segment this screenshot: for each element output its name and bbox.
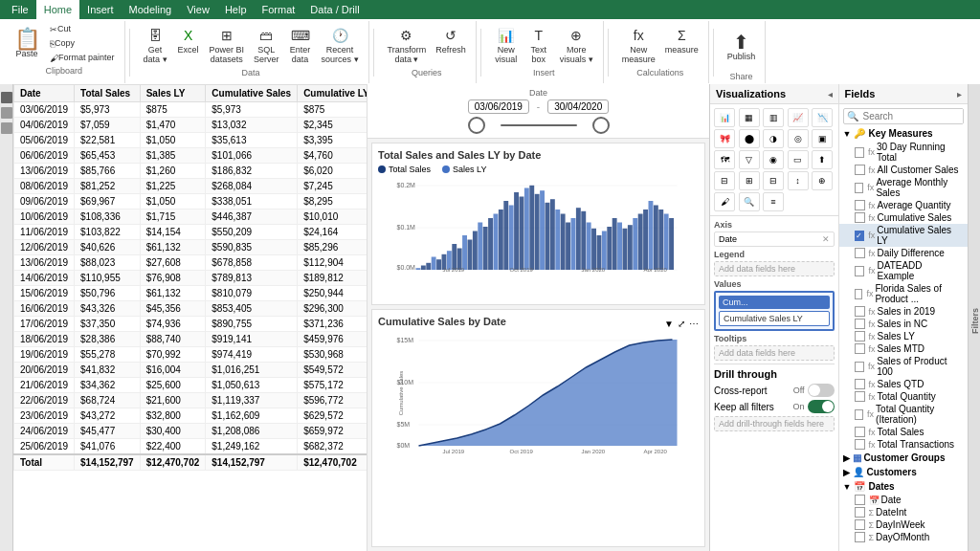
more-visuals-button[interactable]: ⊕ Morevisuals ▾ <box>556 23 597 67</box>
viz-icon-table[interactable]: ⊞ <box>739 171 760 190</box>
key-measures-item[interactable]: fxAll Customer Sales <box>839 164 969 176</box>
cross-report-toggle-track[interactable] <box>808 384 835 397</box>
measure-checkbox[interactable] <box>855 306 865 317</box>
format-painter-button[interactable]: 🖌 Format painter <box>46 52 119 65</box>
key-measures-item[interactable]: fxAverage Monthly Sales <box>839 176 969 199</box>
tab-format[interactable]: Format <box>255 0 303 19</box>
measure-checkbox[interactable] <box>855 343 865 354</box>
key-measures-item[interactable]: fxSales QTD <box>839 378 969 390</box>
keep-filters-toggle-track[interactable] <box>808 400 835 413</box>
left-icon-3[interactable] <box>1 122 12 134</box>
tab-modeling[interactable]: Modeling <box>122 0 180 19</box>
key-measures-item[interactable]: fxSales of Product 100 <box>839 355 969 378</box>
measure-checkbox[interactable] <box>855 427 865 437</box>
axis-clear-icon[interactable]: ✕ <box>822 234 830 244</box>
tab-datadrill[interactable]: Data / Drill <box>302 0 367 19</box>
measure-checkbox[interactable] <box>855 409 864 420</box>
measure-checkbox[interactable]: ✓ <box>855 231 865 241</box>
viz-icon-gauge[interactable]: ◉ <box>763 150 784 169</box>
viz-icon-ribbon[interactable]: 🎀 <box>714 129 735 148</box>
key-measures-item[interactable]: fxSales in NC <box>839 318 969 330</box>
date-checkbox[interactable] <box>855 495 865 505</box>
tab-help[interactable]: Help <box>217 0 255 19</box>
values-item-2[interactable]: Cumulative Sales LY <box>719 311 830 326</box>
viz-icon-donut[interactable]: ◎ <box>788 129 809 148</box>
key-measures-item[interactable]: fx30 Day Running Total <box>839 141 969 164</box>
tab-insert[interactable]: Insert <box>79 0 122 19</box>
key-measures-item[interactable]: fxCumulative Sales <box>839 211 969 224</box>
tab-view[interactable]: View <box>179 0 217 19</box>
excel-button[interactable]: X Excel <box>173 23 204 67</box>
dateint-field-item[interactable]: Σ DateInt <box>839 506 969 518</box>
viz-icon-line[interactable]: 📈 <box>788 108 809 127</box>
dateint-checkbox[interactable] <box>855 507 865 518</box>
fields-search-input[interactable] <box>861 109 964 123</box>
measure-checkbox[interactable] <box>855 362 865 372</box>
viz-icon-slicer[interactable]: ⊟ <box>714 171 735 190</box>
new-measure-button[interactable]: fx Newmeasure <box>618 23 659 67</box>
chart2-filter-icon[interactable]: ▼ <box>664 319 674 329</box>
measure-checkbox[interactable] <box>855 165 865 175</box>
measure-checkbox[interactable] <box>855 379 865 389</box>
filter-side-panel[interactable]: Filters <box>968 84 980 551</box>
key-measures-item[interactable]: fxTotal Sales <box>839 426 969 438</box>
tab-home[interactable]: Home <box>36 0 79 19</box>
key-measures-item[interactable]: fxTotal Transactions <box>839 438 969 451</box>
measure-checkbox[interactable] <box>855 439 865 450</box>
copy-button[interactable]: ⎘ Copy <box>46 37 119 51</box>
dayofmonth-checkbox[interactable] <box>855 532 865 542</box>
values-item-1[interactable]: Cum... <box>719 296 830 309</box>
key-measures-item[interactable]: fxDaily Difference <box>839 247 969 259</box>
chart2-expand-icon[interactable]: ⤢ <box>678 319 685 329</box>
date-to[interactable]: 30/04/2020 <box>547 99 609 114</box>
slider-right[interactable] <box>592 117 610 134</box>
key-measures-item[interactable]: fxAverage Quantity <box>839 199 969 211</box>
drill-add-placeholder[interactable]: Add drill-through fields here <box>714 416 835 431</box>
viz-icon-area[interactable]: 📉 <box>812 108 833 127</box>
measure-checkbox[interactable] <box>855 183 864 193</box>
tooltips-placeholder[interactable]: Add data fields here <box>714 345 835 361</box>
viz-icon-pie[interactable]: ◑ <box>763 129 784 148</box>
viz-panel-collapse[interactable]: ◂ <box>828 89 833 99</box>
refresh-button[interactable]: ↺ Refresh <box>432 23 470 67</box>
date-field-item[interactable]: 📅 Date <box>839 494 969 506</box>
new-visual-button[interactable]: 📊 Newvisual <box>491 23 522 67</box>
chart2-more-icon[interactable]: ⋯ <box>689 319 699 329</box>
key-measures-item[interactable]: ✓fxCumulative Sales LY <box>839 224 969 247</box>
slider-left[interactable] <box>468 117 485 134</box>
text-box-button[interactable]: T Textbox <box>523 23 554 67</box>
viz-icon-tree[interactable]: ▣ <box>812 129 833 148</box>
measure-checkbox[interactable] <box>855 147 864 158</box>
measure-checkbox[interactable] <box>855 391 865 402</box>
customer-groups-header[interactable]: ▶ ▦ Customer Groups <box>839 451 969 465</box>
measure-button[interactable]: Σ measure <box>661 23 702 67</box>
key-measures-item[interactable]: fxFlorida Sales of Product ... <box>839 282 969 305</box>
dayinweek-field-item[interactable]: Σ DayInWeek <box>839 518 969 531</box>
viz-icon-map[interactable]: 🗺 <box>714 150 735 169</box>
viz-fields-icon[interactable]: ≡ <box>763 192 784 211</box>
customers-header[interactable]: ▶ 👤 Customers <box>839 465 969 479</box>
dayofmonth-field-item[interactable]: Σ DayOfMonth <box>839 531 969 543</box>
viz-icon-funnel[interactable]: ▽ <box>739 150 760 169</box>
powerbi-datasets-button[interactable]: ⊞ Power BIdatasets <box>206 23 249 67</box>
get-data-button[interactable]: 🗄 Getdata ▾ <box>140 23 171 67</box>
measure-checkbox[interactable] <box>855 331 865 342</box>
slider-track[interactable] <box>501 124 577 126</box>
viz-icon-stack[interactable]: ▦ <box>739 108 760 127</box>
key-measures-item[interactable]: fxSales LY <box>839 330 969 342</box>
axis-item[interactable]: Date ✕ <box>714 231 835 247</box>
key-measures-header[interactable]: ▼ 🔑 Key Measures <box>839 126 969 141</box>
measure-checkbox[interactable] <box>855 289 863 299</box>
key-measures-item[interactable]: fxTotal Quantity (Iteration) <box>839 403 969 426</box>
viz-icon-cluster[interactable]: ▥ <box>763 108 784 127</box>
viz-icon-bar[interactable]: 📊 <box>714 108 735 127</box>
key-measures-item[interactable]: fxTotal Quantity <box>839 390 969 403</box>
fields-panel-expand[interactable]: ▸ <box>957 89 962 99</box>
viz-icon-more[interactable]: ⊕ <box>812 171 833 190</box>
viz-icon-matrix[interactable]: ⊟ <box>763 171 784 190</box>
key-measures-item[interactable]: fxSales in 2019 <box>839 305 969 318</box>
viz-format-icon[interactable]: 🖌 <box>714 192 735 211</box>
enter-data-button[interactable]: ⌨ Enterdata <box>285 23 316 67</box>
key-measures-item[interactable]: fxDATEADD Example <box>839 259 969 282</box>
left-icon-1[interactable] <box>1 92 12 103</box>
